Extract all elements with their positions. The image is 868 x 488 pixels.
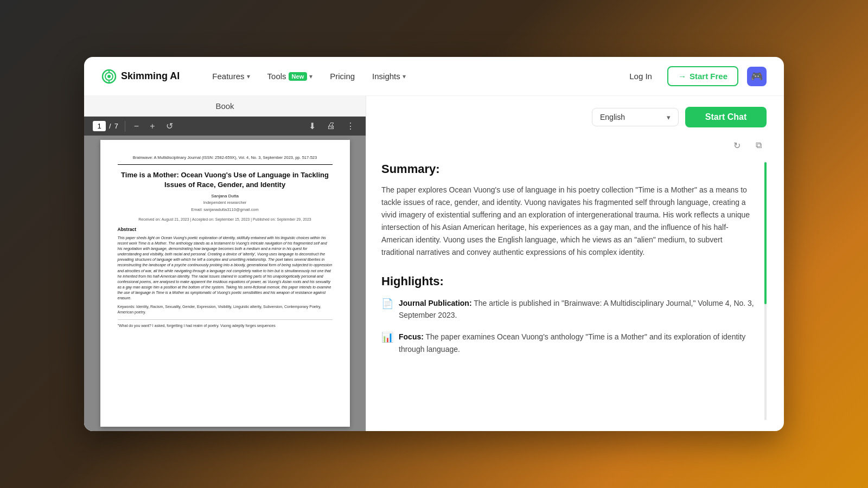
logo[interactable]: Skimming AI — [101, 69, 180, 84]
right-top-bar: English ▾ Start Chat — [381, 107, 767, 127]
pdf-author: Sanjana Dutta — [118, 193, 333, 199]
pdf-current-page[interactable]: 1 — [93, 121, 106, 131]
pdf-dates: Received on: August 21, 2023 | Accepted … — [118, 217, 333, 222]
action-icons: ↻ ⧉ — [381, 137, 767, 153]
pdf-title: Time is a Mother: Ocean Vuong's Use of L… — [118, 170, 333, 190]
highlight-item-focus: 📊 Focus: The paper examines Ocean Vuong'… — [381, 331, 756, 355]
pdf-toolbar: 1 / 7 − + ↺ ⬇ 🖨 ⋮ — [84, 117, 366, 136]
arrow-right-icon: → — [678, 72, 686, 81]
pdf-toolbar-right: ⬇ 🖨 ⋮ — [307, 120, 357, 132]
main-nav: Features ▾ Tools New ▾ Pricing Insights … — [206, 67, 623, 85]
language-chevron-icon: ▾ — [667, 113, 671, 121]
nav-tools[interactable]: Tools New ▾ — [261, 67, 320, 85]
logo-text: Skimming AI — [121, 70, 180, 82]
copy-button[interactable]: ⧉ — [750, 137, 767, 153]
focus-text: The paper examines Ocean Vuong's antholo… — [399, 332, 745, 353]
start-chat-button[interactable]: Start Chat — [685, 107, 767, 127]
login-label: Log In — [629, 72, 652, 81]
pdf-panel: Book 1 / 7 − + ↺ ⬇ 🖨 ⋮ — [84, 96, 366, 431]
summary-text: The paper explores Ocean Vuong's use of … — [381, 184, 756, 259]
pdf-print-button[interactable]: 🖨 — [324, 120, 337, 132]
focus-icon: 📊 — [381, 331, 393, 343]
pdf-quote: "What do you want? I asked, forgetting I… — [118, 319, 333, 329]
pdf-divider-top — [118, 164, 333, 165]
start-free-label: Start Free — [690, 72, 727, 81]
summary-content[interactable]: Summary: The paper explores Ocean Vuong'… — [381, 162, 760, 420]
pdf-toolbar-separator — [125, 121, 125, 132]
highlight-focus-text: Focus: The paper examines Ocean Vuong's … — [399, 331, 756, 355]
highlights-title: Highlights: — [381, 274, 756, 288]
pdf-rotate-button[interactable]: ↺ — [164, 120, 175, 132]
header-right: Log In → Start Free 🎮 — [623, 66, 767, 86]
main-content: Book 1 / 7 − + ↺ ⬇ 🖨 ⋮ — [84, 96, 784, 431]
pdf-download-button[interactable]: ⬇ — [307, 120, 318, 132]
pdf-total-pages: 7 — [114, 122, 118, 130]
summary-title: Summary: — [381, 162, 756, 176]
logo-icon — [101, 69, 117, 84]
right-content-wrapper: Summary: The paper explores Ocean Vuong'… — [381, 162, 767, 420]
right-scrollbar-thumb — [764, 162, 767, 304]
discord-button[interactable]: 🎮 — [747, 67, 767, 86]
pdf-author-role: Independent researcher — [118, 200, 333, 206]
pdf-viewer-area: 1 / 7 − + ↺ ⬇ 🖨 ⋮ Brainw — [84, 117, 366, 431]
header: Skimming AI Features ▾ Tools New ▾ Prici… — [84, 57, 784, 96]
pdf-page: Brainwave: A Multidisciplinary Journal (… — [100, 140, 350, 427]
pdf-more-button[interactable]: ⋮ — [344, 120, 357, 132]
insights-chevron-icon: ▾ — [403, 73, 406, 80]
pdf-author-email: Email: sanjanadutta3110@gmail.com — [118, 207, 333, 213]
language-label: English — [600, 113, 625, 121]
pricing-label: Pricing — [330, 72, 355, 81]
pdf-abstract-title: Abstract — [118, 227, 333, 233]
pdf-zoom-out-button[interactable]: − — [132, 120, 141, 132]
features-label: Features — [212, 72, 244, 81]
pdf-zoom-in-button[interactable]: + — [148, 120, 157, 132]
pdf-label: Book — [84, 96, 366, 117]
journal-publication-icon: 📄 — [381, 298, 393, 310]
right-scrollbar[interactable] — [764, 162, 767, 420]
pdf-journal-info: Brainwave: A Multidisciplinary Journal (… — [118, 155, 333, 161]
pdf-page-separator: / — [109, 122, 111, 130]
svg-point-2 — [107, 75, 111, 78]
tools-new-badge: New — [289, 72, 308, 81]
start-free-button[interactable]: → Start Free — [667, 66, 738, 86]
tools-chevron-icon: ▾ — [309, 73, 312, 80]
nav-features[interactable]: Features ▾ — [206, 67, 256, 85]
insights-label: Insights — [372, 72, 400, 81]
pdf-page-info: 1 / 7 — [93, 121, 118, 131]
right-panel: English ▾ Start Chat ↻ ⧉ Summary: The pa… — [366, 96, 784, 431]
focus-label: Focus: — [399, 332, 424, 341]
features-chevron-icon: ▾ — [247, 73, 250, 80]
login-button[interactable]: Log In — [623, 67, 659, 85]
journal-publication-label: Journal Publication: — [399, 299, 472, 307]
highlight-item-journal: 📄 Journal Publication: The article is pu… — [381, 297, 756, 322]
nav-insights[interactable]: Insights ▾ — [366, 67, 412, 85]
highlight-journal-text: Journal Publication: The article is publ… — [399, 297, 756, 322]
pdf-keywords: Keywords: Identity, Racism, Sexuality, G… — [118, 304, 333, 315]
discord-icon: 🎮 — [751, 70, 763, 82]
tools-label: Tools — [267, 72, 286, 81]
pdf-content[interactable]: Brainwave: A Multidisciplinary Journal (… — [84, 136, 366, 431]
nav-pricing[interactable]: Pricing — [323, 67, 361, 85]
pdf-abstract-text: This paper sheds light on Ocean Vuong's … — [118, 235, 333, 301]
refresh-button[interactable]: ↻ — [729, 137, 745, 153]
language-select[interactable]: English ▾ — [592, 108, 679, 126]
